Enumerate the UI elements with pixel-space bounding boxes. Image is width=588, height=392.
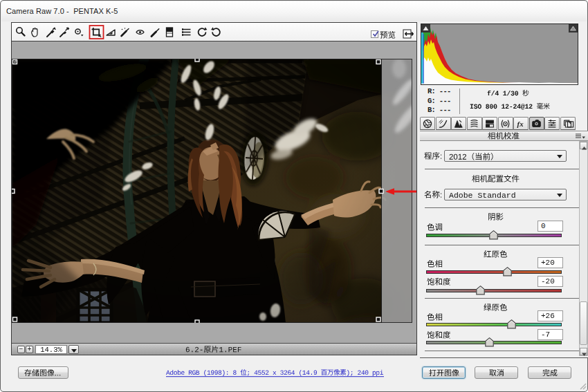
svg-text:fx: fx (517, 120, 524, 128)
